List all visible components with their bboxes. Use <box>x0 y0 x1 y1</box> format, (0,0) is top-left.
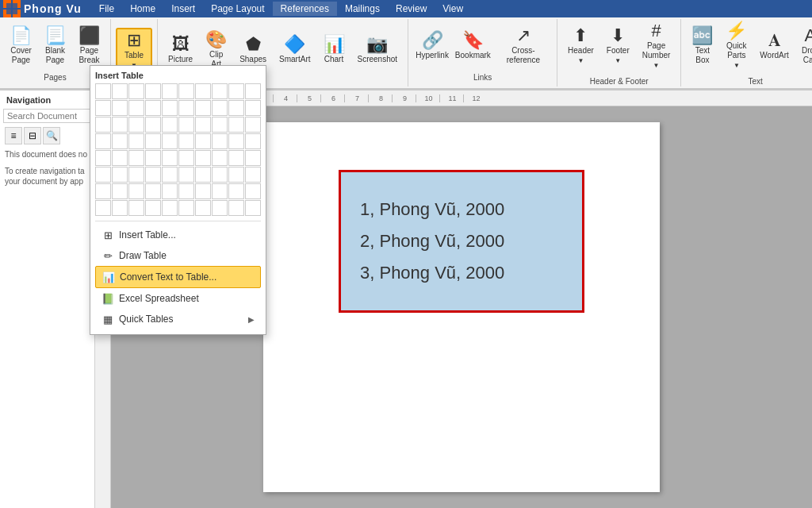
grid-cell[interactable] <box>178 117 194 133</box>
chart-button[interactable]: 📊 Chart <box>318 30 350 70</box>
insert-table-menu-item[interactable]: ⊞ Insert Table... <box>95 225 261 245</box>
grid-cell[interactable] <box>212 150 228 166</box>
header-button[interactable]: ⬆ Header ▼ <box>562 24 599 67</box>
grid-cell[interactable] <box>178 150 194 166</box>
grid-cell[interactable] <box>228 167 244 183</box>
cover-page-button[interactable]: 📄 CoverPage <box>5 24 37 68</box>
menu-tab-references[interactable]: References <box>273 2 337 16</box>
grid-cell[interactable] <box>212 167 228 183</box>
menu-tab-file[interactable]: File <box>91 2 122 16</box>
grid-cell[interactable] <box>145 83 161 99</box>
grid-cell[interactable] <box>195 83 211 99</box>
menu-tab-pagelayout[interactable]: Page Layout <box>203 2 272 16</box>
menu-tab-view[interactable]: View <box>435 2 471 16</box>
grid-cell[interactable] <box>112 183 128 199</box>
navigation-search[interactable] <box>3 109 91 123</box>
grid-cell[interactable] <box>95 183 111 199</box>
menu-tab-home[interactable]: Home <box>122 2 163 16</box>
grid-cell[interactable] <box>95 117 111 133</box>
grid-cell[interactable] <box>245 183 261 199</box>
grid-cell[interactable] <box>178 83 194 99</box>
grid-cell[interactable] <box>162 117 178 133</box>
grid-cell[interactable] <box>178 167 194 183</box>
grid-cell[interactable] <box>162 200 178 216</box>
grid-cell[interactable] <box>245 167 261 183</box>
grid-cell[interactable] <box>228 83 244 99</box>
grid-cell[interactable] <box>128 183 144 199</box>
grid-cell[interactable] <box>212 100 228 116</box>
page-break-button[interactable]: ⬛ PageBreak <box>73 24 105 68</box>
grid-cell[interactable] <box>145 150 161 166</box>
grid-cell[interactable] <box>145 133 161 149</box>
blank-page-button[interactable]: 📃 BlankPage <box>39 24 71 68</box>
grid-cell[interactable] <box>112 83 128 99</box>
excel-spreadsheet-menu-item[interactable]: 📗 Excel Spreadsheet <box>95 288 261 309</box>
grid-cell[interactable] <box>245 100 261 116</box>
grid-cell[interactable] <box>245 83 261 99</box>
grid-cell[interactable] <box>128 100 144 116</box>
grid-cell[interactable] <box>195 150 211 166</box>
screenshot-button[interactable]: 📷 Screenshot <box>352 30 404 70</box>
grid-cell[interactable] <box>95 167 111 183</box>
grid-cell[interactable] <box>128 117 144 133</box>
shapes-button[interactable]: ⬟ Shapes <box>234 30 272 70</box>
menu-tab-review[interactable]: Review <box>388 2 435 16</box>
grid-cell[interactable] <box>128 150 144 166</box>
grid-cell[interactable] <box>212 117 228 133</box>
dropcap-button[interactable]: A DropCap <box>796 24 812 68</box>
grid-cell[interactable] <box>178 100 194 116</box>
grid-cell[interactable] <box>112 150 128 166</box>
textbox-button[interactable]: 🔤 TextBox <box>686 24 718 68</box>
grid-cell[interactable] <box>162 100 178 116</box>
menu-tab-mailings[interactable]: Mailings <box>337 2 388 16</box>
grid-cell[interactable] <box>178 200 194 216</box>
grid-cell[interactable] <box>178 133 194 149</box>
crossref-button[interactable]: ↗ Cross-reference <box>495 24 552 68</box>
grid-cell[interactable] <box>112 100 128 116</box>
convert-text-table-menu-item[interactable]: 📊 Convert Text to Table... <box>95 266 261 288</box>
grid-cell[interactable] <box>112 133 128 149</box>
grid-cell[interactable] <box>128 167 144 183</box>
grid-cell[interactable] <box>145 167 161 183</box>
wordart-button[interactable]: 𝐀 WordArt <box>754 26 795 66</box>
grid-cell[interactable] <box>195 183 211 199</box>
grid-cell[interactable] <box>95 100 111 116</box>
grid-cell[interactable] <box>228 150 244 166</box>
footer-button[interactable]: ⬇ Footer ▼ <box>601 24 635 67</box>
grid-cell[interactable] <box>145 100 161 116</box>
grid-cell[interactable] <box>245 150 261 166</box>
grid-cell[interactable] <box>112 117 128 133</box>
bookmark-button[interactable]: 🔖 Bookmark <box>453 26 493 66</box>
grid-cell[interactable] <box>95 133 111 149</box>
grid-cell[interactable] <box>162 133 178 149</box>
grid-cell[interactable] <box>95 83 111 99</box>
grid-cell[interactable] <box>195 200 211 216</box>
hyperlink-button[interactable]: 🔗 Hyperlink <box>413 26 451 66</box>
grid-cell[interactable] <box>228 133 244 149</box>
grid-cell[interactable] <box>228 117 244 133</box>
quick-tables-menu-item[interactable]: ▦ Quick Tables ▶ <box>95 309 261 329</box>
grid-cell[interactable] <box>95 200 111 216</box>
nav-headings-btn[interactable]: ≡ <box>5 127 22 144</box>
grid-cell[interactable] <box>228 200 244 216</box>
draw-table-menu-item[interactable]: ✏ Draw Table <box>95 245 261 266</box>
grid-cell[interactable] <box>245 117 261 133</box>
table-selection-grid[interactable] <box>95 83 261 216</box>
grid-cell[interactable] <box>95 150 111 166</box>
grid-cell[interactable] <box>178 183 194 199</box>
grid-cell[interactable] <box>145 117 161 133</box>
grid-cell[interactable] <box>162 83 178 99</box>
grid-cell[interactable] <box>212 133 228 149</box>
grid-cell[interactable] <box>245 133 261 149</box>
nav-results-btn[interactable]: 🔍 <box>43 127 60 144</box>
picture-button[interactable]: 🖼 Picture <box>163 30 198 70</box>
menu-tab-insert[interactable]: Insert <box>163 2 203 16</box>
grid-cell[interactable] <box>112 167 128 183</box>
grid-cell[interactable] <box>128 200 144 216</box>
smartart-button[interactable]: 🔷 SmartArt <box>274 30 316 70</box>
grid-cell[interactable] <box>245 200 261 216</box>
grid-cell[interactable] <box>228 100 244 116</box>
grid-cell[interactable] <box>195 133 211 149</box>
pagenumber-button[interactable]: # PageNumber ▼ <box>637 19 676 72</box>
grid-cell[interactable] <box>212 183 228 199</box>
